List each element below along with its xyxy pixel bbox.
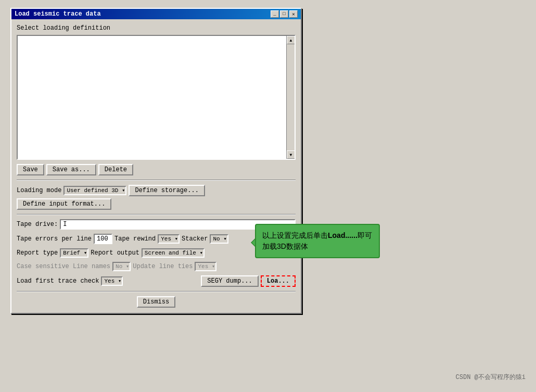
define-storage-button[interactable]: Define storage...	[129, 185, 205, 196]
dialog-content: Select loading definition ▲ ▼ Save Save …	[11, 19, 301, 313]
save-button[interactable]: Save	[17, 164, 44, 175]
case-sensitive-row: Case sensitive Line names No Update line…	[17, 262, 296, 271]
scrollbar-up-button[interactable]: ▲	[287, 36, 295, 44]
desktop: Load seismic trace data _ □ ✕ Select loa…	[0, 0, 536, 392]
save-as-button[interactable]: Save as...	[46, 164, 96, 175]
report-output-label: Report output	[91, 249, 139, 257]
tape-rewind-label: Tape rewind	[114, 235, 156, 243]
callout-highlight: Load......	[328, 231, 358, 239]
dialog-window: Load seismic trace data _ □ ✕ Select loa…	[10, 8, 302, 314]
tape-errors-input[interactable]	[94, 234, 112, 244]
update-line-ties-dropdown[interactable]: Yes	[195, 262, 216, 271]
dismiss-row: Dismiss	[17, 296, 296, 308]
loading-mode-dropdown[interactable]: User defined 3D	[63, 186, 126, 195]
tape-errors-label: Tape errors per line	[17, 235, 92, 243]
report-type-label: Report type	[17, 249, 58, 257]
callout-tooltip: 以上设置完成后单击Load......即可加载3D数据体	[255, 224, 380, 258]
listbox-scrollbar: ▲ ▼	[286, 36, 295, 159]
stacker-label: Stacker	[182, 235, 208, 243]
stacker-dropdown[interactable]: No	[210, 234, 228, 244]
case-sensitive-label: Case sensitive Line names	[17, 263, 110, 270]
window-title: Load seismic trace data	[15, 10, 101, 18]
update-line-ties-label: Update line ties	[133, 263, 193, 270]
report-output-dropdown[interactable]: Screen and file	[142, 248, 205, 258]
dismiss-button[interactable]: Dismiss	[137, 296, 175, 308]
tape-drive-row: Tape drive:	[17, 219, 296, 230]
loading-mode-label: Loading mode	[17, 187, 61, 194]
scrollbar-track	[287, 44, 295, 150]
report-type-dropdown[interactable]: Brief	[60, 248, 88, 258]
title-bar: Load seismic trace data _ □ ✕	[11, 9, 301, 19]
select-definition-label: Select loading definition	[17, 24, 296, 32]
title-bar-controls: _ □ ✕	[271, 10, 298, 18]
close-button[interactable]: ✕	[289, 10, 298, 18]
divider-2	[17, 214, 296, 215]
callout-text3: 加载3D数据体	[262, 242, 308, 250]
csdn-watermark: CSDN @不会写程序的猿i	[456, 373, 526, 382]
case-sensitive-dropdown[interactable]: No	[112, 262, 131, 271]
tape-drive-label: Tape drive:	[17, 221, 58, 228]
load-first-trace-dropdown[interactable]: Yes	[101, 276, 123, 286]
callout-text2: 即可	[358, 231, 372, 239]
tape-rewind-dropdown[interactable]: Yes	[158, 234, 180, 244]
divider-3	[17, 291, 296, 292]
loading-mode-row: Loading mode User defined 3D Define stor…	[17, 185, 296, 210]
scrollbar-down-button[interactable]: ▼	[287, 150, 295, 159]
load-first-trace-row: Load first trace check Yes SEGY dump... …	[17, 275, 296, 287]
loading-definition-listbox[interactable]: ▲ ▼	[17, 35, 296, 160]
divider-1	[17, 180, 296, 181]
callout-text: 以上设置完成后单击Load......即可加载3D数据体	[262, 230, 373, 252]
maximize-button[interactable]: □	[280, 10, 288, 18]
define-input-format-button[interactable]: Define input format...	[17, 198, 111, 210]
load-button[interactable]: Loa...	[261, 275, 296, 287]
segy-dump-button[interactable]: SEGY dump...	[201, 275, 258, 287]
callout-text1: 以上设置完成后单击	[262, 231, 328, 239]
delete-button[interactable]: Delete	[98, 164, 133, 175]
report-type-row: Report type Brief Report output Screen a…	[17, 248, 296, 258]
minimize-button[interactable]: _	[271, 10, 279, 18]
load-first-trace-label: Load first trace check	[17, 277, 99, 285]
definition-buttons: Save Save as... Delete	[17, 164, 296, 175]
